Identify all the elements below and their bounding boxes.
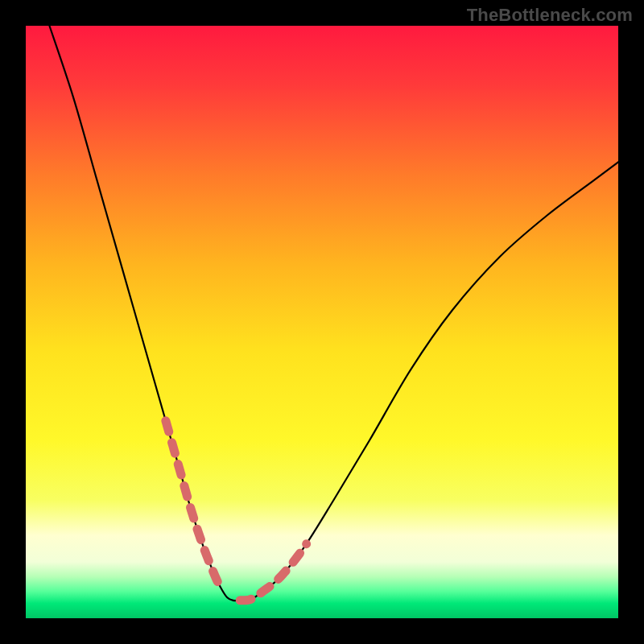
curve-layer [26,26,618,618]
dash-segment-left [166,421,220,587]
dash-segment-right [240,544,306,601]
bottleneck-curve [49,26,618,601]
outer-frame: TheBottleneck.com [0,0,644,644]
watermark-text: TheBottleneck.com [467,5,633,26]
plot-area [26,26,618,618]
